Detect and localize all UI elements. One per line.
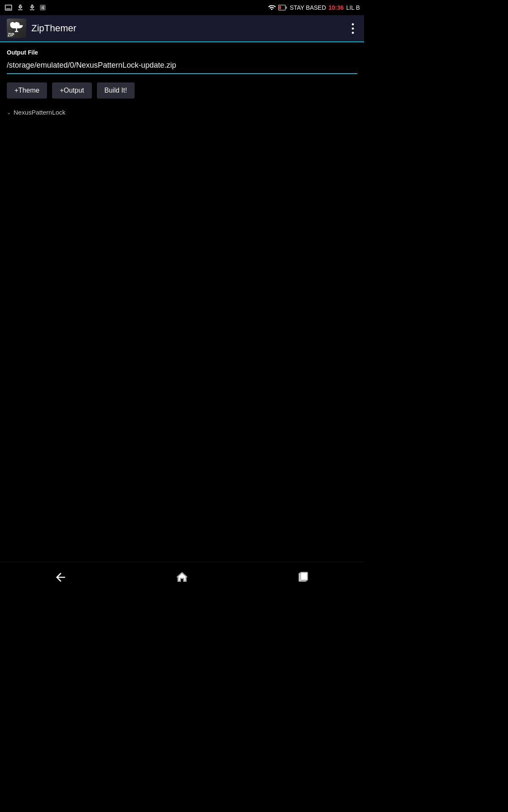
time-display: 10:36 xyxy=(329,4,344,11)
buttons-row: +Theme +Output Build It! xyxy=(7,82,357,99)
notification-badge: 4 xyxy=(40,5,46,11)
overflow-menu-button[interactable] xyxy=(348,20,357,37)
app-logo xyxy=(7,19,26,38)
app-bar-left: ZipThemer xyxy=(7,19,76,38)
main-content: Output File +Theme +Output Build It! ⌄ N… xyxy=(0,42,364,124)
build-it-button[interactable]: Build It! xyxy=(97,82,135,99)
battery-icon xyxy=(278,3,286,12)
recents-button[interactable] xyxy=(287,567,320,588)
download-icon-1 xyxy=(16,3,25,12)
back-button[interactable] xyxy=(44,567,77,588)
nav-bar xyxy=(0,562,364,592)
status-bar-right: STAY BASED 10:36 LIL B xyxy=(268,3,360,12)
overflow-dot-1 xyxy=(352,23,354,25)
status-bar-left: 4 xyxy=(4,3,46,12)
screenshot-icon xyxy=(4,3,13,12)
add-output-button[interactable]: +Output xyxy=(52,82,91,99)
overflow-dot-3 xyxy=(352,32,354,34)
output-file-input[interactable] xyxy=(7,59,357,71)
output-file-input-container xyxy=(7,59,357,74)
chevron-down-icon: ⌄ xyxy=(7,110,11,115)
app-bar: ZipThemer xyxy=(0,15,364,42)
status-text: STAY BASED xyxy=(290,4,326,11)
add-theme-button[interactable]: +Theme xyxy=(7,82,47,99)
app-title: ZipThemer xyxy=(31,23,76,34)
wifi-icon xyxy=(268,3,276,12)
home-button[interactable] xyxy=(165,567,199,588)
download-icon-2 xyxy=(28,3,36,12)
theme-item-label: NexusPatternLock xyxy=(14,109,66,116)
status-bar: 4 STAY BASED 10:36 LIL B xyxy=(0,0,364,15)
output-file-label: Output File xyxy=(7,49,357,56)
theme-list-item[interactable]: ⌄ NexusPatternLock xyxy=(7,107,357,118)
overflow-dot-2 xyxy=(352,27,354,30)
carrier-text: LIL B xyxy=(346,4,360,11)
svg-rect-1 xyxy=(301,572,307,580)
theme-list: ⌄ NexusPatternLock xyxy=(7,107,357,118)
